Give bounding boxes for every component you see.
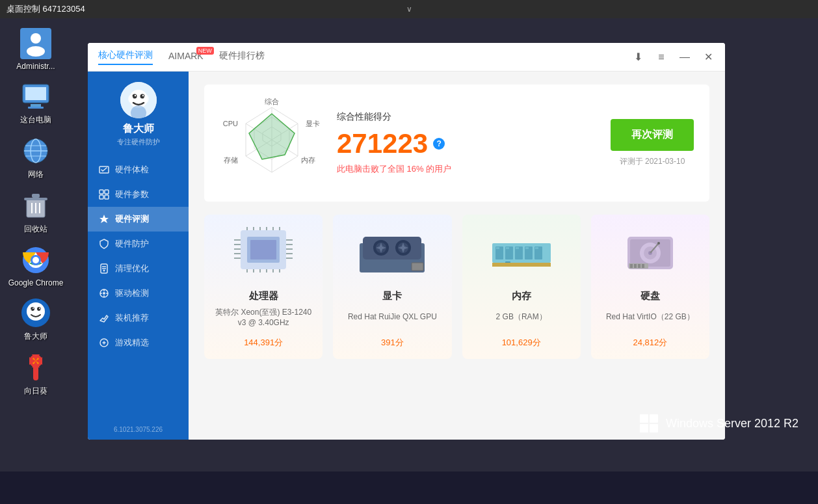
admin-label: Administr...: [16, 62, 55, 71]
svg-rect-97: [363, 237, 421, 259]
game-select-icon: [98, 337, 110, 349]
sidebar-item-label: 游戏精选: [115, 337, 149, 349]
svg-rect-73: [250, 240, 276, 259]
hardware-eval-icon: [98, 213, 110, 225]
tab-hardware-rank[interactable]: 硬件排行榜: [219, 50, 265, 64]
svg-point-53: [103, 292, 105, 295]
sunflower-icon: [20, 352, 51, 383]
download-button[interactable]: ⬇: [631, 51, 644, 64]
hw-card-hdd[interactable]: 硬盘 Red Hat VirtIO（22 GB） 24,812分: [591, 215, 709, 359]
hardware-protect-icon: [98, 238, 110, 250]
svg-marker-65: [249, 114, 295, 159]
sidebar-app-name: 鲁大师: [123, 122, 154, 136]
sidebar-item-hardware-check[interactable]: 硬件体检: [88, 157, 189, 182]
svg-point-124: [657, 242, 660, 245]
score-info: 综合性能得分 271223 ? 此电脑击败了全国 16% 的用户: [337, 111, 598, 175]
sidebar-item-build-recommend[interactable]: 装机推荐: [88, 306, 189, 330]
score-action: 再次评测 评测于 2021-03-10: [611, 119, 694, 167]
cpu-card-image: [224, 225, 302, 284]
cpu-card-title: 处理器: [249, 290, 278, 302]
svg-point-49: [103, 270, 105, 272]
sidebar-item-label: 清理优化: [115, 263, 149, 274]
svg-rect-13: [24, 198, 47, 200]
hw-card-gpu[interactable]: 显卡 Red Hat RuiJie QXL GPU 391分: [333, 215, 451, 359]
taskbar-bottom: [0, 471, 818, 504]
close-button[interactable]: ✕: [702, 51, 715, 64]
score-section: 综合 显卡 内存 存储 CPU 综合性能得分 271223 ?: [204, 85, 709, 202]
windows-watermark: Windows Server 2012 R2: [640, 414, 798, 432]
svg-point-28: [28, 308, 32, 315]
menu-button[interactable]: ≡: [655, 51, 668, 64]
svg-rect-46: [105, 195, 109, 199]
desktop-icon-trash[interactable]: 回收站: [0, 187, 72, 238]
main-content: 综合 显卡 内存 存储 CPU 综合性能得分 271223 ?: [189, 72, 725, 440]
score-number: 271223: [337, 128, 428, 159]
sidebar-subtitle: 专注硬件防护: [117, 137, 160, 147]
svg-text:内存: 内存: [301, 156, 315, 164]
desktop-icon-computer[interactable]: 这台电脑: [0, 77, 72, 129]
svg-point-27: [39, 308, 40, 309]
chrome-label: Google Chrome: [8, 278, 64, 287]
cpu-card-desc: 英特尔 Xeon(至强) E3-1240 v3 @ 3.40GHz: [215, 306, 312, 327]
sunflower-label: 向日葵: [24, 386, 47, 397]
svg-rect-43: [99, 190, 103, 194]
sidebar-item-hardware-eval[interactable]: 硬件评测: [88, 207, 189, 232]
svg-rect-6: [28, 107, 44, 109]
score-help-button[interactable]: ?: [433, 138, 445, 150]
desktop-icon-chrome[interactable]: Google Chrome: [0, 241, 72, 291]
svg-rect-114: [506, 247, 509, 249]
tab-hardware-test[interactable]: 核心硬件评测: [98, 49, 153, 65]
hardware-params-icon: [98, 189, 110, 200]
svg-text:显卡: 显卡: [306, 120, 320, 127]
sidebar-item-clean-optimize[interactable]: 清理优化: [88, 256, 189, 281]
aimark-new-badge: NEW: [196, 47, 214, 55]
taskbar-top: 桌面控制 647123054 ∨: [0, 0, 818, 18]
network-icon: [20, 135, 51, 166]
avatar: [120, 82, 157, 118]
radar-chart: 综合 显卡 内存 存储 CPU: [220, 98, 324, 189]
score-date: 评测于 2021-03-10: [620, 156, 685, 167]
sidebar-item-label: 驱动检测: [115, 287, 149, 299]
svg-rect-129: [642, 264, 644, 268]
taskbar-top-title: 桌面控制 647123054: [7, 3, 85, 15]
gpu-card-score: 391分: [381, 334, 404, 349]
svg-rect-117: [535, 247, 538, 249]
sidebar-item-driver-check[interactable]: 驱动检测: [88, 281, 189, 306]
ram-card-score: 101,629分: [502, 334, 541, 349]
desktop-icon-sunflower[interactable]: 向日葵: [0, 349, 72, 400]
hw-card-ram[interactable]: 内存 2 GB（RAM） 101,629分: [462, 215, 581, 359]
sidebar-item-label: 硬件体检: [115, 164, 149, 176]
trash-icon: [20, 190, 51, 221]
window-controls: ⬇ ≡ — ✕: [631, 51, 715, 64]
sidebar-item-hardware-protect[interactable]: 硬件防护: [88, 232, 189, 256]
tab-aimark[interactable]: AIMARK NEW: [168, 51, 204, 64]
svg-rect-4: [25, 87, 46, 100]
svg-rect-112: [492, 263, 551, 267]
hw-card-cpu[interactable]: 处理器 英特尔 Xeon(至强) E3-1240 v3 @ 3.40GHz 14…: [204, 215, 323, 359]
svg-text:CPU: CPU: [223, 120, 238, 127]
svg-point-1: [31, 33, 41, 44]
sidebar-menu: 硬件体检 硬件参数 硬件评测: [88, 157, 189, 419]
desktop: Administr... 这台电脑: [0, 18, 818, 471]
sidebar-item-hardware-params[interactable]: 硬件参数: [88, 182, 189, 207]
sidebar-item-game-select[interactable]: 游戏精选: [88, 330, 189, 355]
window-body: 鲁大师 专注硬件防护 硬件体检 硬件参数: [88, 72, 725, 440]
retest-button[interactable]: 再次评测: [611, 119, 694, 151]
svg-rect-45: [99, 195, 103, 199]
hdd-card-desc: Red Hat VirtIO（22 GB）: [606, 306, 694, 327]
gpu-card-title: 显卡: [382, 290, 402, 302]
sidebar-item-label: 硬件评测: [115, 213, 149, 225]
desktop-icon-network[interactable]: 网络: [0, 132, 72, 183]
svg-rect-126: [630, 264, 633, 268]
ludashi-icon: [20, 297, 51, 328]
svg-rect-5: [31, 104, 41, 107]
svg-rect-128: [638, 264, 640, 268]
ram-card-title: 内存: [512, 290, 531, 302]
taskbar-top-arrow: ∨: [406, 5, 412, 14]
svg-point-38: [142, 95, 143, 96]
ludashi-label: 鲁大师: [24, 331, 47, 342]
desktop-icon-admin[interactable]: Administr...: [0, 25, 72, 74]
minimize-button[interactable]: —: [678, 51, 691, 64]
desktop-icon-ludashi[interactable]: 鲁大师: [0, 294, 72, 345]
svg-point-37: [134, 95, 135, 96]
